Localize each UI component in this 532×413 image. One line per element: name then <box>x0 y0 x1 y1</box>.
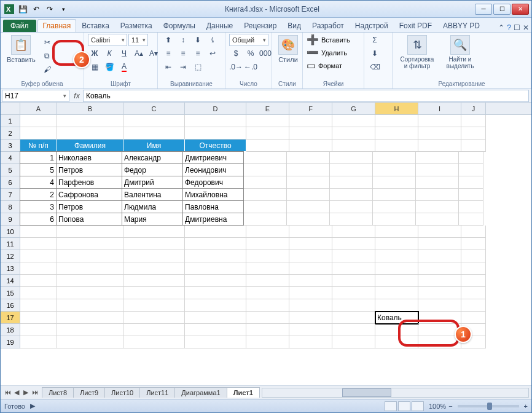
cell[interactable] <box>185 250 246 262</box>
cell[interactable] <box>185 312 246 324</box>
cell[interactable]: 5 <box>20 163 57 176</box>
cell[interactable] <box>461 250 486 262</box>
cell[interactable]: Дмитриевич <box>182 151 244 164</box>
currency-icon[interactable]: $ <box>229 47 243 60</box>
cell[interactable] <box>375 262 418 275</box>
decrease-indent-icon[interactable]: ⇤ <box>162 61 175 73</box>
cell[interactable]: Дмитриевна <box>182 213 244 226</box>
cell[interactable] <box>287 189 330 201</box>
cell[interactable] <box>246 262 289 275</box>
cell[interactable] <box>289 140 332 152</box>
cell[interactable] <box>246 226 289 238</box>
cell[interactable] <box>418 287 461 299</box>
cell[interactable] <box>185 127 246 140</box>
cell[interactable] <box>123 324 185 336</box>
cell[interactable] <box>123 312 185 324</box>
align-right-icon[interactable]: ≡ <box>191 47 205 60</box>
cell[interactable] <box>287 201 330 213</box>
orientation-icon[interactable]: ⤹ <box>206 34 219 46</box>
cell[interactable]: Николаев <box>56 151 122 164</box>
row-header[interactable]: 16 <box>1 299 20 312</box>
row-header[interactable]: 1 <box>1 115 20 127</box>
cell[interactable] <box>57 250 123 262</box>
formula-input[interactable]: Коваль <box>83 90 529 102</box>
cell[interactable] <box>332 299 375 312</box>
sheet-tab[interactable]: Лист8 <box>42 387 74 398</box>
cell[interactable] <box>375 238 418 250</box>
cell[interactable] <box>57 115 123 127</box>
cell[interactable] <box>289 336 332 348</box>
cell[interactable]: 3 <box>20 200 57 213</box>
cell[interactable] <box>459 164 483 176</box>
cell[interactable] <box>461 262 486 275</box>
col-header-c[interactable]: C <box>123 103 185 114</box>
cell[interactable] <box>461 238 486 250</box>
doc-close-icon[interactable]: ✕ <box>523 23 529 32</box>
cell[interactable] <box>289 262 332 275</box>
tab-formulas[interactable]: Формулы <box>158 19 201 32</box>
cell[interactable] <box>244 213 287 226</box>
tab-data[interactable]: Данные <box>201 19 238 32</box>
cell[interactable] <box>416 213 459 226</box>
cell[interactable] <box>20 262 57 275</box>
cell[interactable] <box>373 152 416 164</box>
cell[interactable] <box>418 262 461 275</box>
zoom-slider[interactable] <box>458 405 519 407</box>
cell[interactable] <box>418 127 461 140</box>
cell[interactable] <box>289 250 332 262</box>
cell[interactable] <box>57 127 123 140</box>
italic-button[interactable]: К <box>103 47 116 60</box>
cell[interactable] <box>461 312 486 324</box>
cell[interactable] <box>418 238 461 250</box>
cell[interactable] <box>123 115 185 127</box>
tab-insert[interactable]: Вставка <box>76 19 115 32</box>
cell[interactable] <box>20 312 57 324</box>
row-header[interactable]: 17 <box>1 312 20 324</box>
sort-filter-button[interactable]: ⇅ Сортировка и фильтр <box>396 34 438 71</box>
cell[interactable]: № п/п <box>20 140 57 152</box>
undo-icon[interactable]: ↶ <box>30 3 42 15</box>
row-header[interactable]: 10 <box>1 226 20 238</box>
cell[interactable] <box>185 324 246 336</box>
cell[interactable] <box>246 140 289 152</box>
cell[interactable] <box>185 299 246 312</box>
cell[interactable] <box>373 213 416 226</box>
col-header-g[interactable]: G <box>332 103 375 114</box>
cell[interactable] <box>330 152 373 164</box>
cell[interactable] <box>123 262 185 275</box>
paste-button[interactable]: 📋 Вставить <box>4 34 38 65</box>
delete-cells-label[interactable]: Удалить <box>321 49 347 57</box>
align-left-icon[interactable]: ≡ <box>162 47 175 60</box>
cell[interactable] <box>123 127 185 140</box>
cell[interactable] <box>373 201 416 213</box>
cell[interactable] <box>332 115 375 127</box>
cell[interactable]: Павловна <box>182 200 244 213</box>
cell[interactable] <box>185 238 246 250</box>
help-icon[interactable]: ? <box>507 23 511 32</box>
row-header[interactable]: 12 <box>1 250 20 262</box>
cell[interactable]: Имя <box>123 140 185 152</box>
col-header-i[interactable]: I <box>418 103 461 114</box>
doc-restore-icon[interactable]: ☐ <box>514 23 520 32</box>
cell[interactable] <box>332 250 375 262</box>
cell[interactable] <box>332 336 375 348</box>
cell[interactable] <box>244 189 287 201</box>
merge-cells-icon[interactable]: ⬚ <box>191 61 205 73</box>
cell[interactable] <box>20 250 57 262</box>
font-name-combo[interactable]: Calibri <box>88 34 127 46</box>
cell[interactable] <box>416 189 459 201</box>
cell[interactable] <box>20 238 57 250</box>
cell[interactable] <box>459 189 483 201</box>
normal-view-button[interactable] <box>385 401 397 411</box>
cell[interactable] <box>375 140 418 152</box>
cell[interactable] <box>57 336 123 348</box>
cell[interactable] <box>418 226 461 238</box>
cell[interactable] <box>289 238 332 250</box>
cell[interactable] <box>373 176 416 189</box>
row-header[interactable]: 8 <box>1 201 20 213</box>
cell[interactable]: Отчество <box>185 140 246 152</box>
row-header[interactable]: 7 <box>1 189 20 201</box>
align-middle-icon[interactable]: ↕ <box>176 34 190 46</box>
cell[interactable] <box>244 176 287 189</box>
font-size-combo[interactable]: 11 <box>128 34 148 46</box>
